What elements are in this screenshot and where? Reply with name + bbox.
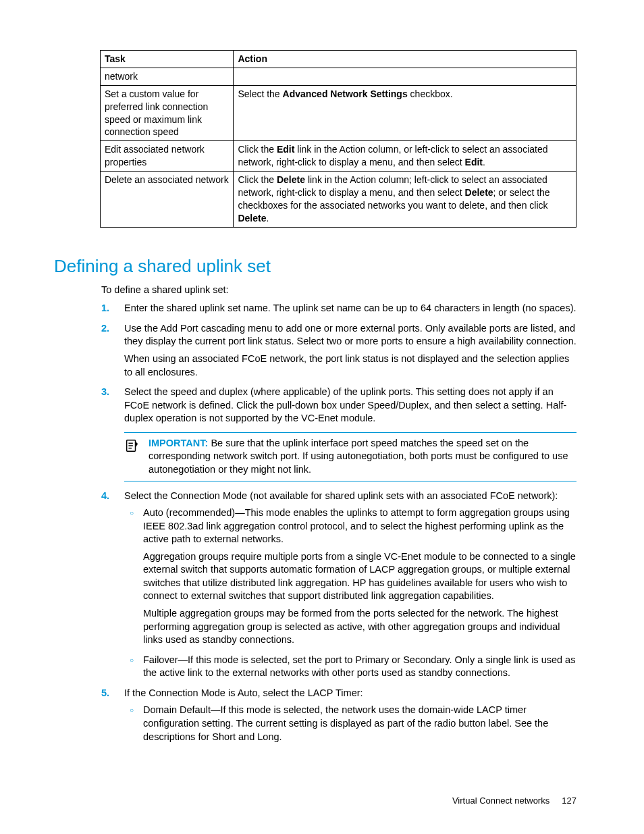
intro-text: To define a shared uplink set: [101, 284, 576, 297]
note-icon [124, 437, 142, 457]
step-4: Select the Connection Mode (not availabl… [124, 490, 576, 680]
list-item: Auto (recommended)—This mode enables the… [143, 506, 576, 647]
step-1: Enter the shared uplink set name. The up… [124, 302, 576, 315]
step-text: When using an associated FCoE network, t… [124, 353, 576, 379]
list-item: Domain Default—If this mode is selected,… [143, 704, 576, 744]
step-text: If the Connection Mode is Auto, select t… [124, 687, 576, 700]
important-body: Be sure that the uplink interface port s… [149, 438, 568, 475]
step-2: Use the Add Port cascading menu to add o… [124, 322, 576, 379]
cell-action: Click the Edit link in the Action column… [234, 141, 576, 172]
important-label: IMPORTANT: [149, 438, 208, 448]
cell-action: Select the Advanced Network Settings che… [234, 85, 576, 141]
step-text: Select the Connection Mode (not availabl… [124, 490, 576, 503]
sub-list: Domain Default—If this mode is selected,… [124, 704, 576, 744]
table-row: Edit associated network properties Click… [101, 141, 576, 172]
step-3: Select the speed and duplex (where appli… [124, 386, 576, 481]
cell-task: Set a custom value for preferred link co… [101, 85, 234, 141]
section-heading: Defining a shared uplink set [54, 255, 576, 278]
step-5: If the Connection Mode is Auto, select t… [124, 687, 576, 744]
step-text: Select the speed and duplex (where appli… [124, 386, 576, 425]
sub-list: Auto (recommended)—This mode enables the… [124, 506, 576, 680]
important-callout: IMPORTANT: Be sure that the uplink inter… [124, 432, 576, 481]
steps-list: Enter the shared uplink set name. The up… [101, 302, 576, 744]
cell-task: network [101, 68, 234, 85]
cell-action: Click the Delete link in the Action colu… [234, 172, 576, 228]
table-row: Set a custom value for preferred link co… [101, 85, 576, 141]
step-text: Enter the shared uplink set name. The up… [124, 303, 576, 313]
footer-section: Virtual Connect networks [452, 796, 549, 806]
footer-page-number: 127 [562, 796, 576, 806]
step-text: Use the Add Port cascading menu to add o… [124, 322, 576, 348]
table-row: network [101, 68, 576, 85]
cell-task: Edit associated network properties [101, 141, 234, 172]
cell-action [234, 68, 576, 85]
list-item: Failover—If this mode is selected, set t… [143, 654, 576, 680]
cell-task: Delete an associated network [101, 172, 234, 228]
task-action-table: Task Action network Set a custom value f… [100, 50, 576, 228]
header-action: Action [234, 51, 576, 68]
table-row: Delete an associated network Click the D… [101, 172, 576, 228]
page-footer: Virtual Connect networks 127 [452, 795, 576, 807]
header-task: Task [101, 51, 234, 68]
